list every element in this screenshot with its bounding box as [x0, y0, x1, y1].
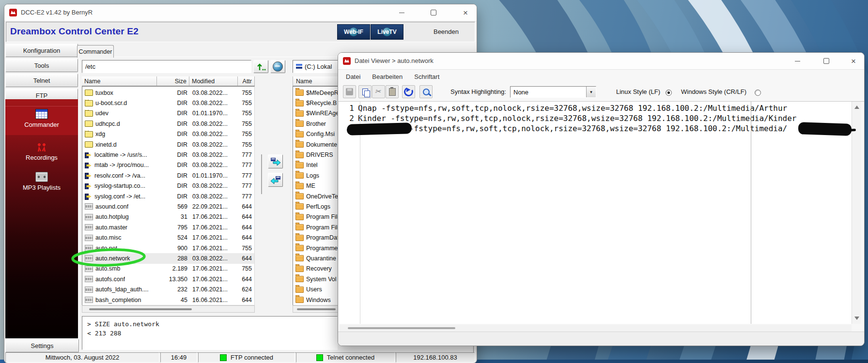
- sidebar-nav-item[interactable]: Recordings: [5, 140, 78, 169]
- refresh-globe-button[interactable]: [270, 60, 285, 73]
- file-size: DIR: [157, 121, 187, 127]
- file-type-icon: [85, 152, 92, 158]
- viewer-vertical-scrollbar[interactable]: [852, 102, 861, 324]
- file-row[interactable]: auto.network 288 03.08.2022... 644: [82, 253, 254, 263]
- transfer-right-button[interactable]: [268, 154, 283, 168]
- file-name: udhcpc.d: [95, 121, 120, 127]
- file-row[interactable]: auto.misc 524 17.06.2021... 644: [82, 232, 254, 242]
- file-row[interactable]: xinetd.d DIR 03.08.2022... 755: [82, 139, 254, 150]
- menu-item[interactable]: Bearbeiten: [367, 72, 407, 82]
- tab-commander[interactable]: Commander: [77, 45, 114, 58]
- dcc-maximize-button[interactable]: [427, 6, 440, 19]
- column-header-attr[interactable]: Attr: [238, 76, 255, 86]
- viewer-close-button[interactable]: ×: [847, 55, 860, 67]
- viewer-minimize-button[interactable]: [790, 55, 804, 67]
- dcc-window-title: DCC-E2 v1.42 by BernyR: [21, 9, 93, 16]
- sidebar-nav: Commander Recordings MP3 Playlists: [5, 99, 78, 338]
- sidebar-tab[interactable]: Konfiguration: [5, 44, 78, 57]
- save-button[interactable]: [343, 85, 356, 98]
- file-modified: 01.01.1970...: [187, 110, 236, 117]
- file-modified: 03.08.2022...: [187, 90, 236, 96]
- file-row[interactable]: autofs_ldap_auth.... 232 17.06.2021... 6…: [82, 284, 254, 294]
- scrollbar-thumb[interactable]: [348, 327, 455, 329]
- file-name: u-boot.scr.d: [95, 100, 127, 106]
- file-row[interactable]: resolv.conf -> /va... DIR 01.01.1970... …: [82, 170, 254, 181]
- file-row[interactable]: tuxbox DIR 03.08.2022... 755: [82, 88, 254, 98]
- paste-button[interactable]: [386, 85, 399, 98]
- sidebar-tab[interactable]: Telnet: [5, 74, 78, 87]
- paste-icon: [389, 88, 396, 96]
- scrollbar-thumb[interactable]: [89, 308, 192, 310]
- file-attr: 644: [236, 234, 252, 241]
- file-row[interactable]: syslog.conf -> /et... DIR 03.08.2022... …: [82, 191, 254, 201]
- folder-icon: [295, 152, 304, 158]
- file-row[interactable]: u-boot.scr.d DIR 03.08.2022... 755: [82, 98, 254, 108]
- file-name: localtime -> /usr/s...: [94, 151, 147, 158]
- file-modified: 17.06.2021...: [187, 234, 236, 241]
- file-row[interactable]: xdg DIR 03.08.2022... 755: [82, 129, 254, 139]
- file-attr: 755: [236, 141, 252, 148]
- settings-button[interactable]: Settings: [5, 339, 79, 352]
- menu-item[interactable]: Schriftart: [409, 72, 444, 82]
- undo-button[interactable]: [402, 85, 415, 98]
- find-button[interactable]: [419, 85, 433, 98]
- file-type-icon: [85, 163, 92, 168]
- up-arrow-icon: [256, 62, 266, 71]
- viewer-text-area[interactable]: 1 Qnap -fstype=nfs,rw,soft,tcp,nolock,rs…: [340, 102, 852, 324]
- dcc-titlebar: DCC-E2 v1.42 by BernyR ×: [4, 4, 477, 21]
- live-tv-button[interactable]: LiveTV: [371, 24, 403, 40]
- file-row[interactable]: localtime -> /usr/s... DIR 03.08.2022...…: [82, 150, 254, 160]
- web-if-button[interactable]: Web-IF: [337, 24, 370, 40]
- file-row[interactable]: udev DIR 01.01.1970... 755: [82, 108, 254, 119]
- file-row[interactable]: auto.hotplug 31 17.06.2021... 644: [82, 212, 254, 222]
- file-name: auto.misc: [95, 234, 122, 241]
- up-directory-button[interactable]: [253, 60, 268, 73]
- file-row[interactable]: bash_completion 45 16.06.2021... 644: [82, 295, 254, 305]
- scroll-down-icon[interactable]: [854, 317, 859, 320]
- panel-splitter[interactable]: [261, 154, 262, 194]
- linux-style-radio[interactable]: [666, 90, 672, 96]
- file-size: 45: [157, 297, 187, 303]
- column-header-modified[interactable]: Modified: [189, 76, 238, 86]
- copy-button[interactable]: [358, 85, 372, 98]
- copy-icon: [362, 89, 368, 95]
- ftp-status-indicator: [220, 354, 227, 361]
- drive-label: (C:) Lokal: [305, 63, 332, 70]
- file-row[interactable]: auto.master 795 17.06.2021... 644: [82, 222, 254, 232]
- viewer-maximize-button[interactable]: [820, 55, 833, 67]
- dcc-minimize-button[interactable]: [395, 6, 408, 19]
- file-type-icon: [85, 131, 93, 137]
- transfer-left-button[interactable]: [268, 173, 283, 187]
- sidebar-nav-item[interactable]: Commander: [5, 106, 78, 135]
- cut-button[interactable]: [372, 85, 385, 98]
- file-attr: 755: [236, 131, 252, 137]
- column-header-name[interactable]: Name: [82, 76, 157, 86]
- file-size: 900: [157, 245, 187, 252]
- menu-item[interactable]: Datei: [341, 72, 365, 82]
- file-row[interactable]: auto.smb 2.189 17.06.2021... 755: [82, 264, 254, 274]
- sidebar-nav-item[interactable]: MP3 Playlists: [5, 169, 78, 198]
- file-attr: 624: [236, 286, 252, 293]
- file-row[interactable]: autofs.conf 13.350 17.06.2021... 644: [82, 274, 254, 284]
- viewer-horizontal-scrollbar[interactable]: [340, 325, 852, 332]
- dcc-close-button[interactable]: ×: [459, 6, 472, 19]
- file-size: DIR: [157, 90, 187, 96]
- file-row[interactable]: auto.net 900 17.06.2021... 755: [82, 243, 254, 253]
- left-horizontal-scrollbar[interactable]: [82, 305, 255, 313]
- scroll-up-icon[interactable]: [854, 106, 859, 109]
- file-row[interactable]: asound.conf 569 22.09.2021... 644: [82, 201, 254, 212]
- syntax-highlighting-select[interactable]: None ▼: [510, 86, 596, 98]
- file-row[interactable]: udhcpc.d DIR 03.08.2022... 755: [82, 119, 254, 129]
- folder-icon: [295, 266, 304, 272]
- windows-style-radio[interactable]: [755, 90, 761, 96]
- file-row[interactable]: mtab -> /proc/mou... DIR 03.08.2022... 7…: [82, 160, 254, 170]
- scrollbar-thumb[interactable]: [297, 308, 336, 310]
- left-path-field[interactable]: /etc: [82, 60, 251, 73]
- folder-name: Intel: [306, 162, 318, 168]
- sidebar-tab[interactable]: Tools: [5, 59, 78, 72]
- column-header-size[interactable]: Size: [157, 76, 189, 86]
- file-attr: 644: [236, 213, 252, 220]
- beenden-button[interactable]: Beenden: [423, 24, 469, 39]
- windows-style-label: Windows Style (CR/LF): [681, 88, 746, 95]
- file-row[interactable]: syslog-startup.co... DIR 03.08.2022... 7…: [82, 181, 254, 191]
